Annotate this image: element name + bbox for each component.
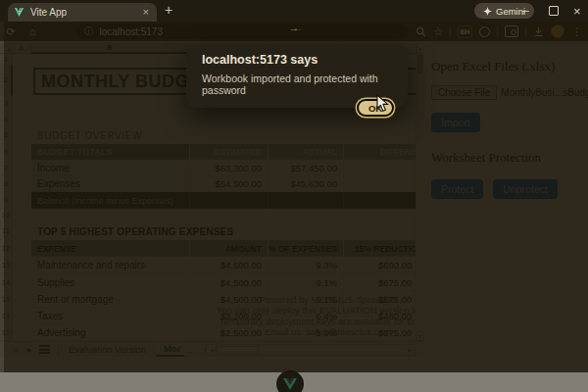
window-maximize-button[interactable] [549, 0, 559, 22]
gemini-spark-icon [483, 7, 492, 16]
gemini-label: Gemini [496, 6, 525, 17]
alert-title: localhost:5173 says [202, 53, 392, 67]
vite-logo-icon [14, 7, 24, 18]
browser-tab[interactable]: Vite App × [8, 3, 157, 22]
alert-dialog: localhost:5173 says Workbook imported an… [186, 45, 408, 108]
tab-title: Vite App [30, 7, 141, 18]
window-close-button[interactable]: × [573, 0, 581, 22]
window-minimize-button[interactable]: – [522, 0, 529, 22]
tab-close-icon[interactable]: × [141, 7, 151, 18]
browser-toolbar: ← → ⟳ ⌂ ⓘ localhost:5173 ☆ BH ⋮ [0, 22, 588, 41]
alert-message: Workbook imported and protected with pas… [202, 73, 392, 96]
new-tab-button[interactable]: + [165, 2, 172, 18]
page-content: A B C D E 1 2 MONTHLY BUDGET 3 4 [0, 41, 588, 392]
maximize-icon [549, 6, 559, 16]
browser-titlebar: Vite App × + Gemini – × [0, 0, 588, 22]
mouse-cursor [376, 94, 389, 113]
